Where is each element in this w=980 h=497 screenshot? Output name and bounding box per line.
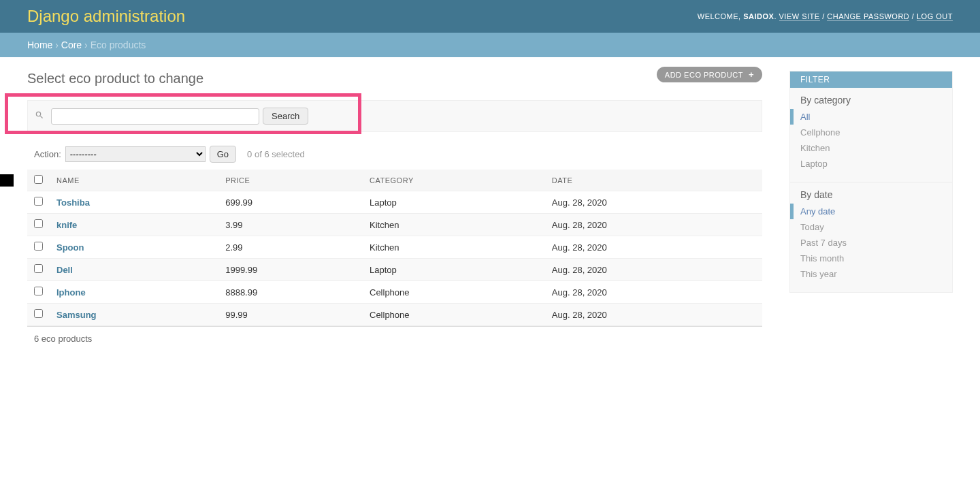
row-name-link[interactable]: Dell [56, 265, 73, 275]
row-category: Kitchen [363, 214, 545, 236]
row-price: 2.99 [218, 236, 363, 259]
filter-link[interactable]: Past 7 days [800, 238, 847, 248]
change-password-link[interactable]: CHANGE PASSWORD [827, 12, 909, 21]
header-price[interactable]: PRICE [218, 170, 363, 191]
filter-group: By dateAny dateTodayPast 7 daysThis mont… [790, 182, 952, 292]
filter-list: AllCellphoneKitchenLaptop [790, 109, 952, 182]
row-date: Aug. 28, 2020 [545, 281, 762, 304]
left-edge-marker [0, 174, 14, 187]
branding: Django administration [27, 7, 185, 26]
breadcrumb-current: Eco products [91, 39, 146, 50]
row-name-link[interactable]: Iphone [56, 287, 86, 298]
filter-item: Kitchen [800, 140, 942, 156]
content-related: FILTER By categoryAllCellphoneKitchenLap… [789, 71, 953, 351]
row-category: Cellphone [363, 281, 545, 304]
row-checkbox[interactable] [34, 197, 43, 206]
filter-link[interactable]: This month [800, 253, 844, 263]
filter-title: FILTER [790, 71, 952, 88]
filter-link[interactable]: Laptop [800, 159, 828, 169]
row-date: Aug. 28, 2020 [545, 259, 762, 281]
search-input[interactable] [51, 108, 259, 125]
breadcrumb: Home › Core › Eco products [0, 33, 980, 57]
row-price: 3.99 [218, 214, 363, 236]
row-checkbox[interactable] [34, 242, 43, 251]
filter-item: Laptop [800, 156, 942, 172]
logout-link[interactable]: LOG OUT [917, 12, 953, 21]
filter-item: Cellphone [800, 125, 942, 140]
action-select[interactable]: --------- [65, 146, 206, 162]
row-price: 699.99 [218, 191, 363, 214]
table-row: Dell 1999.99 Laptop Aug. 28, 2020 [27, 259, 762, 281]
filter-link[interactable]: Any date [800, 206, 835, 217]
table-row: Samsung 99.99 Cellphone Aug. 28, 2020 [27, 304, 762, 326]
breadcrumb-app[interactable]: Core [61, 39, 82, 50]
add-eco-product-button[interactable]: ADD ECO PRODUCT + [657, 67, 762, 82]
add-button-label: ADD ECO PRODUCT [665, 71, 743, 79]
select-all-checkbox[interactable] [34, 175, 43, 184]
user-tools: WELCOME, SAIDOX. VIEW SITE / CHANGE PASS… [698, 12, 953, 20]
object-tools: ADD ECO PRODUCT + [657, 67, 762, 82]
filter-link[interactable]: Cellphone [800, 127, 840, 138]
view-site-link[interactable]: VIEW SITE [779, 12, 820, 21]
welcome-text: WELCOME, [698, 12, 741, 20]
filter-item: Any date [790, 204, 942, 219]
header-category[interactable]: CATEGORY [363, 170, 545, 191]
row-name-link[interactable]: Toshiba [56, 197, 90, 208]
row-checkbox[interactable] [34, 219, 43, 228]
header-checkbox-col [27, 170, 50, 191]
action-counter: 0 of 6 selected [247, 149, 305, 159]
filter-list: Any dateTodayPast 7 daysThis monthThis y… [790, 204, 952, 292]
page-title: Select eco product to change [27, 71, 762, 86]
plus-icon: + [749, 69, 754, 80]
table-row: Iphone 8888.99 Cellphone Aug. 28, 2020 [27, 281, 762, 304]
table-row: Toshiba 699.99 Laptop Aug. 28, 2020 [27, 191, 762, 214]
row-date: Aug. 28, 2020 [545, 214, 762, 236]
filter-item: This month [800, 251, 942, 266]
header-name[interactable]: NAME [50, 170, 218, 191]
filter-link[interactable]: Kitchen [800, 143, 830, 153]
row-date: Aug. 28, 2020 [545, 236, 762, 259]
username: SAIDOX [743, 12, 774, 20]
row-checkbox[interactable] [34, 264, 43, 273]
search-toolbar: Search [27, 100, 762, 132]
actions-bar: Action: --------- Go 0 of 6 selected [27, 139, 762, 170]
row-checkbox[interactable] [34, 309, 43, 318]
search-form: Search [35, 108, 755, 125]
row-price: 99.99 [218, 304, 363, 326]
filter-link[interactable]: All [800, 112, 810, 122]
results-table: NAME PRICE CATEGORY DATE Toshiba 699.99 … [27, 170, 762, 326]
row-category: Laptop [363, 191, 545, 214]
header-date[interactable]: DATE [545, 170, 762, 191]
filter-item: This year [800, 266, 942, 282]
row-price: 8888.99 [218, 281, 363, 304]
filter-link[interactable]: This year [800, 269, 836, 279]
table-row: knife 3.99 Kitchen Aug. 28, 2020 [27, 214, 762, 236]
filter-group-title: By category [790, 88, 952, 109]
row-date: Aug. 28, 2020 [545, 191, 762, 214]
filter-group: By categoryAllCellphoneKitchenLaptop [790, 88, 952, 182]
search-button[interactable]: Search [263, 108, 308, 125]
row-price: 1999.99 [218, 259, 363, 281]
filter-item: Past 7 days [800, 235, 942, 251]
paginator: 6 eco products [27, 326, 762, 351]
row-date: Aug. 28, 2020 [545, 304, 762, 326]
action-label: Action: [34, 149, 61, 159]
table-row: Spoon 2.99 Kitchen Aug. 28, 2020 [27, 236, 762, 259]
filter-item: All [790, 109, 942, 125]
go-button[interactable]: Go [210, 146, 236, 163]
row-name-link[interactable]: knife [56, 220, 77, 230]
row-category: Kitchen [363, 236, 545, 259]
site-title[interactable]: Django administration [27, 7, 185, 26]
breadcrumb-home[interactable]: Home [27, 39, 52, 50]
row-name-link[interactable]: Samsung [56, 310, 97, 320]
filter-group-title: By date [790, 182, 952, 204]
header: Django administration WELCOME, SAIDOX. V… [0, 0, 980, 33]
filter-item: Today [800, 219, 942, 235]
content-main: ADD ECO PRODUCT + Select eco product to … [27, 71, 762, 351]
row-name-link[interactable]: Spoon [56, 242, 84, 253]
search-icon [35, 110, 44, 122]
filter-sidebar: FILTER By categoryAllCellphoneKitchenLap… [789, 71, 953, 293]
row-checkbox[interactable] [34, 287, 43, 295]
filter-link[interactable]: Today [800, 222, 824, 232]
row-category: Laptop [363, 259, 545, 281]
